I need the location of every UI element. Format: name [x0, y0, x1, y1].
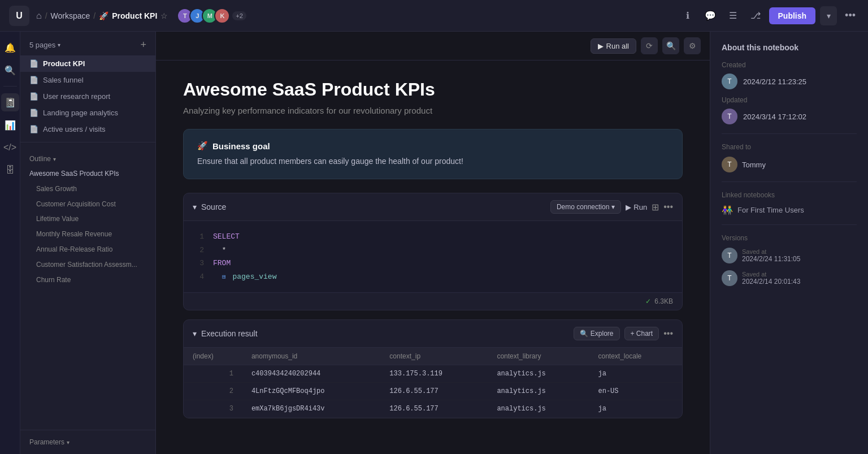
code-area[interactable]: 1 SELECT 2 * 3 FROM 4 ⊞ — [184, 221, 682, 292]
share-icon-btn[interactable]: ⎇ — [747, 7, 765, 25]
page-title[interactable]: Product KPI — [112, 11, 157, 20]
search-button[interactable]: 🔍 — [662, 37, 679, 54]
rs-title: About this notebook — [722, 43, 857, 52]
page-item-sales-funnel[interactable]: 📄 Sales funnel — [20, 72, 155, 88]
page-item-active-users[interactable]: 📄 Active users / visits — [20, 121, 155, 137]
outline-item-churn[interactable]: Churn Rate — [20, 273, 155, 288]
cell-library: analytics.js — [488, 365, 589, 382]
connection-button[interactable]: Demo connection ▾ — [550, 200, 621, 214]
outline-item-mrr[interactable]: Monthly Resale Revenue — [20, 227, 155, 242]
params-section: Parameters ▾ — [20, 430, 155, 454]
exec-block-title: ▾ Execution result — [193, 329, 258, 338]
exec-menu-button[interactable]: ••• — [663, 328, 673, 339]
cell-ip: 126.6.55.177 — [380, 400, 488, 417]
col-id: anomymous_id — [242, 348, 380, 365]
version-info-2: Saved at 2024/2/14 20:01:43 — [742, 271, 800, 286]
cell-locale: en-US — [589, 382, 683, 400]
col-library: context_library — [488, 348, 589, 365]
version-item-2[interactable]: T Saved at 2024/2/14 20:01:43 — [722, 270, 857, 286]
exec-collapse-icon[interactable]: ▾ — [193, 329, 197, 338]
sidebar-icon-notebook[interactable]: 📓 — [1, 93, 19, 111]
notebook-subtitle: Analyzing key performance indicators for… — [183, 106, 683, 115]
block-menu-button[interactable]: ••• — [663, 202, 673, 212]
collapse-icon[interactable]: ▾ — [193, 202, 197, 211]
source-block-header: ▾ Source Demo connection ▾ ▶ Run ⊞ — [184, 193, 682, 221]
biz-goal-text: Ensure that all product members can easi… — [197, 155, 669, 167]
sidebar-icon-chart[interactable]: 📊 — [1, 116, 19, 134]
table-row: 2 4LnFtzGQcMFBoq4jpo 126.6.55.177 analyt… — [184, 382, 682, 400]
sidebar-icon-database[interactable]: 🗄 — [1, 161, 19, 179]
col-index: (index) — [184, 348, 242, 365]
pages-label[interactable]: 5 pages ▾ — [29, 41, 60, 49]
rs-shared-avatar: T — [722, 157, 737, 172]
search-icon: 🔍 — [580, 330, 588, 338]
version-item-1[interactable]: T Saved at 2024/2/24 11:31:05 — [722, 248, 857, 263]
publish-dropdown-button[interactable]: ▾ — [820, 6, 837, 25]
file-size: 6.3KB — [654, 297, 673, 305]
outline-item-csat[interactable]: Customer Satisfaction Assessm... — [20, 257, 155, 273]
outline-item-arr[interactable]: Annual Re-Release Ratio — [20, 242, 155, 257]
logo[interactable]: U — [9, 6, 29, 26]
cell-ip: 133.175.3.119 — [380, 365, 488, 382]
info-icon-btn[interactable]: ℹ — [679, 7, 697, 25]
add-page-button[interactable]: + — [140, 40, 146, 50]
outline-item-main[interactable]: Awesome SaaS Product KPIs — [20, 166, 155, 181]
sidebar-divider — [3, 86, 17, 87]
rs-updated-avatar: T — [722, 109, 737, 124]
code-line-2: 2 * — [195, 244, 671, 257]
run-all-button[interactable]: ▶ Run all — [591, 38, 636, 54]
home-icon[interactable]: ⌂ — [36, 11, 42, 21]
version-date-1: 2024/2/24 11:31:05 — [742, 255, 800, 263]
workspace-link[interactable]: Workspace — [51, 11, 90, 20]
avatar-count[interactable]: +2 — [232, 11, 246, 20]
sidebar-icon-search[interactable]: 🔍 — [1, 61, 19, 79]
rs-shared-label: Shared to — [722, 143, 857, 151]
exec-block-header: ▾ Execution result 🔍 Explore + Chart ••• — [184, 320, 682, 348]
page-icon: 📄 — [29, 76, 38, 84]
run-button[interactable]: ▶ Run — [626, 203, 647, 211]
sidebar-icon-code[interactable]: </> — [1, 139, 19, 157]
chart-button[interactable]: + Chart — [624, 327, 659, 340]
version-avatar-1: T — [722, 248, 737, 263]
explore-button[interactable]: 🔍 Explore — [574, 327, 620, 340]
outline-header[interactable]: Outline ▾ — [20, 152, 155, 166]
main-layout: 🔔 🔍 📓 📊 </> 🗄 5 pages ▾ + 📄 Product KPI … — [0, 32, 868, 454]
more-options-button[interactable]: ••• — [841, 7, 859, 24]
table-icon-btn[interactable]: ☰ — [724, 7, 742, 25]
avatar[interactable]: K — [214, 8, 230, 24]
exec-block: ▾ Execution result 🔍 Explore + Chart ••• — [183, 319, 683, 418]
table-row: 3 emXa7kB6jgsDR4i43v 126.6.55.177 analyt… — [184, 400, 682, 417]
star-icon[interactable]: ☆ — [160, 11, 168, 20]
linked-emoji: 👫 — [722, 205, 733, 215]
page-item-product-kpi[interactable]: 📄 Product KPI — [20, 55, 155, 72]
content-toolbar: ▶ Run all ⟳ 🔍 ⚙ — [156, 32, 710, 60]
rs-linked-item[interactable]: 👫 For First Time Users — [722, 205, 857, 215]
publish-button[interactable]: Publish — [769, 7, 816, 24]
page-item-label: Active users / visits — [43, 125, 106, 133]
page-item-label: Sales funnel — [43, 76, 84, 84]
params-header[interactable]: Parameters ▾ — [20, 435, 155, 449]
source-block: ▾ Source Demo connection ▾ ▶ Run ⊞ — [183, 193, 683, 310]
rs-updated-date: 2024/3/14 17:12:02 — [743, 113, 806, 121]
nav-divider — [20, 142, 155, 142]
rs-created-row: T 2024/2/12 11:23:25 — [722, 73, 857, 89]
pages-chevron: ▾ — [58, 42, 60, 48]
page-item-landing-analytics[interactable]: 📄 Landing page analytics — [20, 105, 155, 121]
page-list: 📄 Product KPI 📄 Sales funnel 📄 User rese… — [20, 55, 155, 137]
page-item-label: Product KPI — [43, 59, 85, 68]
outline-item-cac[interactable]: Customer Acquisition Cost — [20, 197, 155, 212]
page-item-user-research[interactable]: 📄 User research report — [20, 88, 155, 105]
magic-button[interactable]: ⊞ — [652, 202, 659, 213]
rs-created-date: 2024/2/12 11:23:25 — [743, 77, 806, 86]
sidebar-icon-notification[interactable]: 🔔 — [1, 38, 19, 57]
table-header-row: (index) anomymous_id context_ip context_… — [184, 348, 682, 365]
outline-section: Outline ▾ Awesome SaaS Product KPIs Sale… — [20, 147, 155, 292]
settings-button[interactable]: ⚙ — [684, 37, 701, 54]
topbar-actions: ℹ 💬 ☰ ⎇ Publish ▾ ••• — [679, 6, 859, 25]
history-button[interactable]: ⟳ — [641, 37, 658, 54]
notebook-body: Awesome SaaS Product KPIs Analyzing key … — [156, 60, 710, 454]
outline-item-ltv[interactable]: Lifetime Value — [20, 211, 155, 227]
outline-item-sales-growth[interactable]: Sales Growth — [20, 181, 155, 197]
page-icon: 📄 — [29, 125, 38, 133]
chat-icon-btn[interactable]: 💬 — [701, 7, 719, 25]
